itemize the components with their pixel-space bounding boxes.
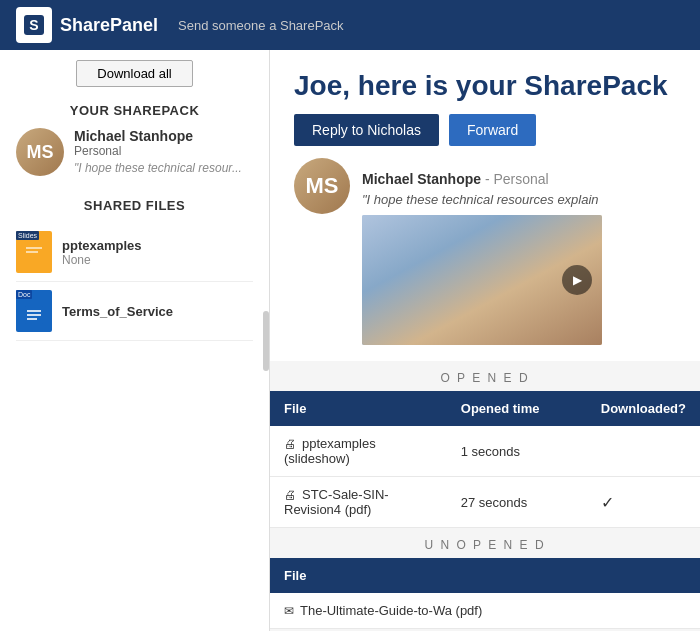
file-details: pptexamples None	[62, 238, 141, 267]
file-name: Terms_of_Service	[62, 304, 173, 319]
download-all-area: Download all	[0, 50, 269, 97]
opened-time-cell: 27 seconds	[447, 477, 587, 528]
file-cell: 🖨pptexamples (slideshow)	[270, 426, 447, 477]
file-icon: 🖨	[284, 488, 296, 502]
downloaded-cell	[587, 426, 700, 477]
opened-time-cell: 1 seconds	[447, 426, 587, 477]
your-sharepack-title: YOUR SHAREPACK	[0, 97, 269, 128]
opened-table-header: File Opened time Downloaded?	[270, 391, 700, 426]
svg-rect-7	[27, 314, 41, 316]
downloaded-cell: ✓	[587, 477, 700, 528]
content-sender-name: Michael Stanhope	[362, 171, 481, 187]
main-layout: Download all YOUR SHAREPACK MS Michael S…	[0, 50, 700, 631]
sidebar: Download all YOUR SHAREPACK MS Michael S…	[0, 50, 270, 631]
content-sender-message: "I hope these technical resources explai…	[362, 192, 602, 207]
sidebar-avatar: MS	[16, 128, 64, 176]
scroll-indicator	[263, 311, 269, 371]
svg-rect-3	[26, 247, 42, 249]
file-badge: Doc	[16, 290, 32, 299]
sender-type: Personal	[74, 144, 242, 158]
table-row: ✉The-Ultimate-Guide-to-Wa (pdf)	[270, 593, 700, 629]
svg-rect-8	[27, 318, 37, 320]
avatar-initials: MS	[27, 142, 54, 163]
file-size: None	[62, 253, 141, 267]
table-row: 🖨pptexamples (slideshow) 1 seconds	[270, 426, 700, 477]
header-actions: Reply to Nicholas Forward	[294, 114, 676, 146]
preview-image: ▶	[362, 215, 602, 345]
forward-button[interactable]: Forward	[449, 114, 536, 146]
download-all-button[interactable]: Download all	[76, 60, 192, 87]
sharepack-title: Joe, here is your SharePack	[294, 70, 676, 102]
col-file-header: File	[270, 391, 447, 426]
check-icon: ✓	[601, 494, 614, 511]
file-icon: ✉	[284, 604, 294, 618]
logo-icon: S	[16, 7, 52, 43]
avatar-initials: MS	[306, 173, 339, 199]
opened-section-label: O P E N E D	[270, 361, 700, 391]
table-row: 🖨STC-Sale-SIN-Revision4 (pdf) 27 seconds…	[270, 477, 700, 528]
tables-section: O P E N E D File Opened time Downloaded?…	[270, 361, 700, 631]
svg-rect-4	[26, 251, 38, 253]
file-cell: 🖨STC-Sale-SIN-Revision4 (pdf)	[270, 477, 447, 528]
content-sender-type: - Personal	[481, 171, 549, 187]
content-sender-block: Michael Stanhope - Personal "I hope thes…	[362, 170, 602, 345]
shared-files-title: SHARED FILES	[16, 192, 253, 223]
slides-file-icon: Slides	[16, 231, 52, 273]
col-downloaded-header: Downloaded?	[587, 391, 700, 426]
unopened-section-label: U N O P E N E D	[270, 528, 700, 558]
unopened-table-header: File	[270, 558, 700, 593]
list-item[interactable]: Slides pptexamples None	[16, 223, 253, 282]
sender-info: Michael Stanhope Personal "I hope these …	[74, 128, 242, 175]
file-name: pptexamples	[62, 238, 141, 253]
svg-text:S: S	[29, 17, 38, 33]
col-opened-header: Opened time	[447, 391, 587, 426]
sidebar-sender: MS Michael Stanhope Personal "I hope the…	[0, 128, 269, 192]
play-button[interactable]: ▶	[562, 265, 592, 295]
nav-logo: S SharePanel	[16, 7, 158, 43]
unopened-table: File ✉The-Ultimate-Guide-to-Wa (pdf)	[270, 558, 700, 629]
nav-tagline: Send someone a SharePack	[178, 18, 344, 33]
doc-file-icon: Doc	[16, 290, 52, 332]
sender-name: Michael Stanhope	[74, 128, 242, 144]
sharepack-header: Joe, here is your SharePack Reply to Nic…	[270, 50, 700, 361]
file-icon: 🖨	[284, 437, 296, 451]
reply-button[interactable]: Reply to Nicholas	[294, 114, 439, 146]
list-item[interactable]: Doc Terms_of_Service	[16, 282, 253, 341]
content-panel: Joe, here is your SharePack Reply to Nic…	[270, 50, 700, 631]
top-navigation: S SharePanel Send someone a SharePack	[0, 0, 700, 50]
brand-name: SharePanel	[60, 15, 158, 36]
file-cell: ✉The-Ultimate-Guide-to-Wa (pdf)	[270, 593, 700, 629]
sender-quote: "I hope these technical resour...	[74, 161, 242, 175]
content-avatar: MS	[294, 158, 350, 214]
file-details: Terms_of_Service	[62, 304, 173, 319]
col-file-header-unopened: File	[270, 558, 700, 593]
svg-rect-6	[27, 310, 41, 312]
file-badge: Slides	[16, 231, 39, 240]
shared-files-section: SHARED FILES Slides pptexamples None	[0, 192, 269, 341]
opened-table: File Opened time Downloaded? 🖨pptexample…	[270, 391, 700, 528]
